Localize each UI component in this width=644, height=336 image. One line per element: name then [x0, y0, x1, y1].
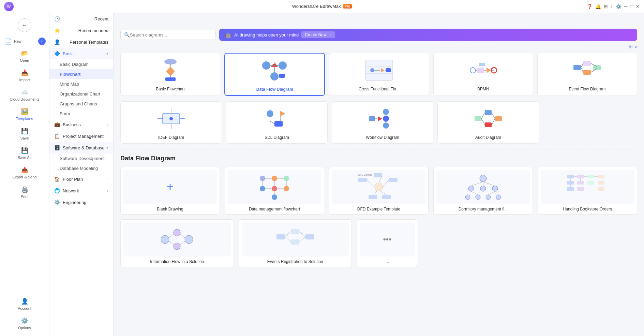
workflow-label: Workflow Diagram — [335, 135, 430, 140]
sidebar-org-chart[interactable]: Organizational Chart — [49, 89, 113, 99]
svg-rect-51 — [369, 116, 375, 121]
sidebar-basic-diagram[interactable]: Basic Diagram — [49, 59, 113, 69]
svg-point-136 — [174, 243, 180, 250]
sidebar-item-save[interactable]: 💾 Save — [0, 124, 49, 144]
diagram-card-basic-flowchart[interactable]: Basic Flowchart — [120, 53, 220, 96]
all-link[interactable]: All > — [120, 44, 637, 49]
create-now-button[interactable]: Create Now → — [301, 31, 335, 38]
minimize-button[interactable]: ─ — [624, 4, 628, 9]
blank-plus-icon: + — [166, 180, 174, 194]
diagram-card-idef[interactable]: IDEF Diagram — [120, 101, 222, 144]
dfd-example-label: DFD Example Template — [332, 207, 425, 211]
svg-rect-144 — [291, 229, 299, 234]
floor-plan-icon: 🏠 — [54, 176, 60, 182]
sidebar-item-saveas[interactable]: 💾 Save As — [0, 144, 49, 163]
template-blank[interactable]: + Blank Drawing — [120, 167, 220, 215]
sidebar-recent[interactable]: 🕐 Recent — [49, 13, 113, 25]
event-flow-label: Event Flow Diagram — [541, 87, 633, 91]
sidebar-project-mgmt[interactable]: 📋 Project Management › — [49, 130, 113, 142]
import-label: Import — [19, 78, 30, 82]
sdl-label: SDL Diagram — [230, 135, 324, 140]
sidebar-item-export[interactable]: 📤 Export & Send — [0, 163, 49, 182]
svg-rect-46 — [274, 121, 283, 127]
svg-point-44 — [267, 110, 273, 117]
diagram-card-bpmn[interactable]: BPMN — [433, 53, 533, 96]
svg-point-71 — [284, 176, 289, 181]
diagram-card-audit[interactable]: Audit Diagram — [437, 101, 539, 144]
sidebar-software-db[interactable]: 🗄️ Software & Database ▾ — [49, 142, 113, 154]
templates-label: Templates — [16, 117, 33, 121]
sidebar-basic[interactable]: 🔷 Basic ▾ — [49, 48, 113, 59]
svg-rect-88 — [389, 178, 398, 182]
svg-point-69 — [260, 176, 265, 181]
settings-icon[interactable]: ⚙️ — [616, 4, 621, 9]
sidebar-personal-templates[interactable]: 👤 Personal Templates — [49, 36, 113, 48]
sidebar-db-modeling[interactable]: Database Modeling — [49, 163, 113, 173]
back-button[interactable]: ← — [18, 18, 31, 32]
form-label: Form — [60, 111, 70, 116]
sidebar-item-account[interactable]: 👤 Account — [0, 294, 49, 314]
search-input[interactable] — [130, 32, 212, 38]
diagram-card-sdl[interactable]: SDL Diagram — [226, 101, 328, 144]
diagram-card-event-flow[interactable]: Event Flow Diagram — [537, 53, 637, 96]
ai-banner[interactable]: 🤖 AI drawing helps open your mind Create… — [219, 29, 637, 41]
engineering-icon: ⚙️ — [54, 200, 60, 205]
template-bookstore[interactable]: Handling Bookstore Orders — [538, 167, 637, 215]
template-data-mgmt[interactable]: Data management flowchart — [225, 167, 324, 215]
sidebar-flowchart[interactable]: Flowchart — [49, 69, 113, 79]
sidebar-item-open[interactable]: 📂 Open — [0, 46, 49, 66]
dormitory-label: Dormitory management fl... — [436, 207, 530, 211]
sidebar-item-print[interactable]: 🖨️ Print — [0, 182, 49, 202]
svg-rect-28 — [479, 63, 485, 66]
flowchart-label: Flowchart — [60, 72, 80, 77]
bookstore-label: Handling Bookstore Orders — [541, 207, 634, 211]
notification-icon[interactable]: 🔔 — [595, 4, 601, 9]
new-plus-button[interactable]: + — [38, 38, 46, 45]
sidebar-item-import[interactable]: 📥 Import — [0, 66, 49, 85]
business-chevron: › — [107, 122, 108, 127]
maximize-button[interactable]: □ — [630, 4, 633, 9]
template-dormitory[interactable]: Dormitory management fl... — [433, 167, 533, 215]
floor-plan-chevron: › — [107, 177, 108, 181]
more-dots-label: ... — [360, 259, 415, 264]
recent-label: Recent — [94, 16, 108, 21]
search-icon: 🔍 — [124, 32, 130, 38]
sidebar-item-templates[interactable]: 🖼️ Templates — [0, 105, 49, 124]
diagram-card-workflow[interactable]: Workflow Diagram — [332, 101, 433, 144]
sidebar-item-cloud[interactable]: ☁️ Cloud Documents — [0, 85, 49, 105]
svg-line-35 — [581, 68, 583, 72]
diagram-card-data-flow[interactable]: AI Data Flow Diagram — [224, 53, 325, 96]
sidebar-business[interactable]: 💼 Business › — [49, 119, 113, 130]
svg-point-43 — [169, 117, 173, 120]
user-avatar[interactable]: W — [4, 2, 14, 11]
template-more1[interactable]: Information Flow in a Solution — [120, 219, 234, 267]
apps-icon[interactable]: ⊞ — [604, 4, 608, 9]
sidebar-network[interactable]: 🌐 Network › — [49, 185, 113, 196]
sidebar-form[interactable]: Form — [49, 109, 113, 119]
more-dots-icon: ••• — [383, 235, 391, 244]
template-more2[interactable]: Events Registration to Solution — [239, 219, 352, 267]
sidebar-item-options[interactable]: ⚙️ Options — [0, 314, 49, 333]
sidebar-software-dev[interactable]: Software Development — [49, 154, 113, 163]
close-button[interactable]: ✕ — [636, 4, 640, 9]
sidebar-mind-map[interactable]: Mind Map — [49, 79, 113, 89]
software-dev-label: Software Development — [60, 156, 105, 161]
search-box[interactable]: 🔍 — [120, 30, 216, 40]
template-more-dots[interactable]: ••• ... — [357, 219, 418, 267]
svg-rect-30 — [573, 65, 581, 70]
share-icon[interactable]: ↑ — [611, 4, 613, 9]
diagram-card-cross-functional[interactable]: Cross Functional Flo... — [329, 53, 429, 96]
svg-point-7 — [270, 72, 279, 81]
network-icon: 🌐 — [54, 188, 60, 193]
sidebar-engineering[interactable]: ⚙️ Engineering › — [49, 196, 113, 208]
template-dfd-example[interactable]: DFD Sample DFD Example Templa — [329, 167, 429, 215]
svg-marker-1 — [166, 67, 175, 76]
sidebar-floor-plan[interactable]: 🏠 Floor Plan › — [49, 173, 113, 185]
more1-label: Information Flow in a Solution — [123, 259, 231, 264]
new-button[interactable]: 📄 New + — [0, 36, 49, 46]
sidebar-graphs[interactable]: Graphs and Charts — [49, 99, 113, 109]
sidebar-recommended[interactable]: ⭐ Recommended — [49, 25, 113, 36]
help-icon[interactable]: ❓ — [587, 4, 593, 9]
svg-rect-87 — [374, 173, 382, 177]
basic-chevron: ▾ — [106, 52, 108, 56]
